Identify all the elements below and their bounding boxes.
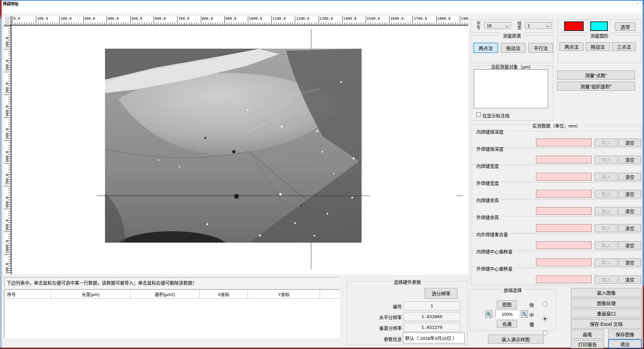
data-table[interactable]: 序号长度(μm)面积(μm2)X坐标Y坐标	[4, 289, 340, 338]
import-button[interactable]: 导入	[595, 207, 618, 215]
clear-button[interactable]: 清空	[619, 173, 641, 181]
measurement-value-field[interactable]	[536, 224, 592, 232]
ruler-minor-tick	[100, 22, 100, 25]
line-width-select[interactable]: 1	[525, 22, 552, 29]
load-demo-image-button[interactable]: 装入演示样图	[488, 335, 543, 344]
speed-medium-radio[interactable]	[543, 316, 547, 321]
font-size-select[interactable]: 16	[484, 22, 511, 29]
import-button[interactable]: 导入	[595, 258, 618, 266]
zoom-percent-field[interactable]: 100%	[495, 310, 519, 318]
id-field[interactable]: 1	[404, 301, 460, 310]
clear-button[interactable]: 清空	[619, 241, 641, 249]
clear-button[interactable]: 清空	[619, 207, 641, 215]
ruler-minor-tick	[448, 22, 448, 25]
ruler-minor-tick	[109, 22, 109, 25]
clear-button[interactable]: 清空	[619, 276, 641, 284]
print-report-button[interactable]: 打印报告	[571, 340, 604, 348]
zoom-out-button[interactable]	[521, 310, 528, 318]
ruler-minor-tick	[128, 22, 128, 25]
clear-button[interactable]: 清空	[619, 139, 641, 147]
measure-points-button[interactable]: 测量“点数”	[557, 70, 635, 80]
fit-button[interactable]: 充满	[497, 320, 517, 328]
ruler-minor-tick	[347, 22, 347, 25]
circle-two-point-button[interactable]: 两点法	[559, 42, 584, 51]
import-button[interactable]: 导入	[595, 276, 618, 284]
ruler-major-tick	[83, 16, 84, 25]
measurement-value-field[interactable]	[536, 258, 592, 266]
measurement-row-label: 内焊缝中心偏移量	[475, 248, 514, 255]
table-column-header[interactable]: 面积(μm2)	[130, 290, 200, 298]
load-image-button[interactable]: 装入图像	[571, 288, 642, 297]
ruler-minor-tick	[462, 22, 463, 25]
vertical-resolution-field[interactable]: 1.451379	[404, 323, 460, 332]
ruler-minor-tick	[74, 22, 74, 25]
measure-area-button[interactable]: 测量“组织面积”	[557, 82, 635, 91]
ruler-minor-tick	[465, 22, 465, 25]
show-annotation-only-checkbox[interactable]	[476, 112, 481, 117]
circle-three-point-button[interactable]: 三点法	[612, 42, 636, 51]
save-excel-button[interactable]: 保存 Excel 文档	[571, 319, 642, 329]
show-annotation-only-label: 仅显示标注线	[482, 112, 509, 119]
ruler-tick-label: 600.0	[155, 16, 166, 21]
clear-button[interactable]: 清空	[619, 190, 641, 198]
ruler-minor-tick	[8, 213, 11, 214]
import-button[interactable]: 导入	[595, 173, 618, 181]
measurement-value-field[interactable]	[536, 156, 592, 163]
id-label: 编号	[362, 303, 402, 310]
weld-image[interactable]	[105, 49, 362, 243]
ruler-minor-tick	[307, 22, 307, 25]
speed-fast-radio[interactable]	[543, 302, 547, 306]
distance-drag-button[interactable]: 拖动法	[501, 43, 526, 53]
zoom-in-button[interactable]	[485, 310, 492, 318]
options-button[interactable]: 选项	[615, 22, 636, 31]
measurement-value-field[interactable]	[536, 190, 592, 198]
ruler-minor-tick	[93, 22, 93, 25]
image-process-button[interactable]: 图像处理	[571, 298, 642, 308]
ruler-minor-tick	[316, 22, 317, 25]
secondary-color-swatch[interactable]	[590, 21, 608, 31]
ruler-minor-tick	[19, 22, 20, 25]
exit-button[interactable]: 退出	[608, 339, 642, 348]
pen-button[interactable]: 画笔	[571, 330, 604, 339]
measurement-value-field[interactable]	[536, 207, 592, 215]
ruler-minor-tick	[8, 120, 11, 120]
circle-drag-button[interactable]: 拖动法	[586, 42, 610, 51]
menu-item-rz300[interactable]: RZ300	[3, 1, 16, 6]
save-image-button[interactable]: 保存图像	[608, 330, 642, 339]
import-button[interactable]: 导入	[595, 156, 618, 164]
import-button[interactable]: 导入	[595, 190, 618, 198]
ruler-minor-tick	[302, 22, 302, 25]
ruler-minor-tick	[8, 149, 11, 150]
measurement-value-field[interactable]	[536, 276, 592, 283]
speed-slow-radio[interactable]	[543, 331, 547, 335]
ruler-minor-tick	[236, 22, 236, 25]
import-button[interactable]: 导入	[595, 224, 618, 232]
import-button[interactable]: 导入	[595, 139, 618, 147]
ruler-minor-tick	[149, 22, 149, 25]
param-info-field[interactable]: 默认（ 2018年3月10日 ）	[403, 333, 465, 343]
clear-button[interactable]: 清空	[619, 224, 641, 232]
measurement-value-field[interactable]	[536, 139, 592, 146]
ruler-minor-tick	[8, 101, 11, 102]
primary-color-swatch[interactable]	[564, 21, 584, 31]
horizontal-resolution-field[interactable]: 1.432665	[404, 312, 460, 321]
measurement-value-field[interactable]	[536, 241, 592, 249]
select-resolution-button[interactable]: 选分辨率	[425, 288, 458, 299]
redraw-window-button[interactable]: 重画窗口	[571, 309, 642, 318]
measurement-value-field[interactable]	[536, 173, 592, 181]
original-size-button[interactable]: 原图	[497, 300, 517, 308]
close-icon[interactable]: ×	[635, 1, 641, 6]
ruler-major-tick	[413, 16, 413, 25]
table-column-header[interactable]: Y坐标	[248, 290, 320, 298]
distance-parallel-button[interactable]: 平行法	[528, 43, 553, 53]
ruler-minor-tick	[396, 22, 396, 25]
table-column-header[interactable]: 长度(μm)	[51, 290, 130, 298]
import-button[interactable]: 导入	[595, 241, 618, 249]
table-column-header[interactable]: 序号	[4, 290, 51, 298]
clear-button[interactable]: 清空	[619, 156, 641, 164]
ruler-minor-tick	[288, 22, 288, 25]
current-object-listbox[interactable]	[474, 69, 548, 108]
distance-two-point-button[interactable]: 两点法	[473, 43, 498, 53]
clear-button[interactable]: 清空	[619, 258, 641, 266]
table-column-header[interactable]: X坐标	[200, 290, 248, 298]
